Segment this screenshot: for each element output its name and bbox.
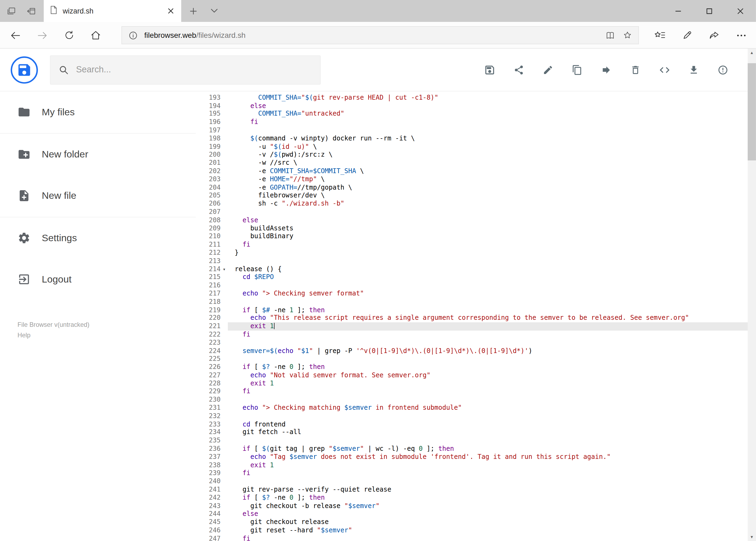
code-line[interactable]: 232 bbox=[196, 412, 756, 420]
code-line[interactable]: 223 bbox=[196, 339, 756, 347]
code-line[interactable]: 234 git fetch --all bbox=[196, 429, 756, 437]
tab-preview-chevron-icon[interactable] bbox=[206, 0, 222, 22]
code-line[interactable]: 229 fi bbox=[196, 387, 756, 396]
code-line[interactable]: 222 fi bbox=[196, 330, 756, 339]
code-line[interactable]: 210 buildBinary bbox=[196, 233, 756, 241]
info-button[interactable] bbox=[717, 64, 729, 76]
minimize-button[interactable] bbox=[662, 0, 694, 22]
fold-marker-icon[interactable]: ▾ bbox=[220, 265, 228, 273]
code-line[interactable]: 235 bbox=[196, 437, 756, 445]
sidebar-item-new-file[interactable]: New file bbox=[0, 175, 196, 217]
maximize-button[interactable] bbox=[694, 0, 725, 22]
refresh-button[interactable] bbox=[59, 22, 79, 49]
code-line[interactable]: 214▾release () { bbox=[196, 265, 756, 273]
save-button[interactable] bbox=[484, 64, 496, 76]
code-line[interactable]: 207 bbox=[196, 208, 756, 216]
scrollbar-thumb[interactable] bbox=[748, 63, 756, 161]
code-line[interactable]: 219 if [ $# -ne 1 ]; then bbox=[196, 306, 756, 314]
forward-button[interactable] bbox=[33, 22, 52, 49]
scrollbar-down-arrow-icon[interactable]: ▼ bbox=[748, 533, 756, 541]
edit-button[interactable] bbox=[542, 64, 554, 76]
code-line[interactable]: 220 echo "This release script requires a… bbox=[196, 314, 756, 322]
sidebar-item-my-files[interactable]: My files bbox=[0, 91, 196, 133]
code-line[interactable]: 211 fi bbox=[196, 241, 756, 249]
code-line[interactable]: 215 cd $REPO bbox=[196, 273, 756, 281]
code-editor[interactable]: 192193 COMMIT_SHA="$(git rev-parse HEAD … bbox=[196, 91, 756, 541]
code-line[interactable]: 236 if [ $(git tag | grep "$semver" | wc… bbox=[196, 445, 756, 453]
reading-view-icon[interactable] bbox=[604, 29, 616, 41]
code-line[interactable]: 243 git checkout -b release "$semver" bbox=[196, 502, 756, 510]
code-line[interactable]: 240 bbox=[196, 477, 756, 486]
code-line[interactable]: 218 bbox=[196, 298, 756, 306]
code-line[interactable]: 195 COMMIT_SHA="untracked" bbox=[196, 110, 756, 118]
code-line[interactable]: 245 git checkout release bbox=[196, 518, 756, 526]
code-line[interactable]: 202 -e COMMIT_SHA=$COMMIT_SHA \ bbox=[196, 167, 756, 175]
code-line[interactable]: 233 cd frontend bbox=[196, 420, 756, 428]
code-line[interactable]: 241 git rev-parse --verify --quiet relea… bbox=[196, 486, 756, 494]
hub-favorites-icon[interactable] bbox=[646, 22, 673, 49]
code-line[interactable]: 205 filebrowser/dev \ bbox=[196, 192, 756, 200]
download-button[interactable] bbox=[688, 64, 700, 76]
page-scrollbar[interactable]: ▲ ▼ bbox=[748, 49, 756, 541]
close-button[interactable] bbox=[725, 0, 756, 22]
share-button[interactable] bbox=[513, 64, 525, 76]
code-line[interactable]: 228 exit 1 bbox=[196, 379, 756, 387]
new-tab-button[interactable] bbox=[185, 0, 202, 22]
delete-button[interactable] bbox=[630, 64, 641, 76]
tabs-aside-icon[interactable] bbox=[26, 6, 37, 16]
code-line[interactable]: 208 else bbox=[196, 216, 756, 225]
code-line[interactable]: 196 fi bbox=[196, 118, 756, 126]
code-line[interactable]: 246 git reset --hard "$semver" bbox=[196, 526, 756, 535]
scrollbar-up-arrow-icon[interactable]: ▲ bbox=[748, 49, 756, 57]
code-line[interactable]: 221 exit 1 bbox=[196, 322, 756, 330]
search-box[interactable] bbox=[50, 55, 321, 84]
filebrowser-logo-icon[interactable] bbox=[11, 56, 38, 84]
code-line[interactable]: 203 -e HOME="//tmp" \ bbox=[196, 175, 756, 184]
code-line[interactable]: 238 exit 1 bbox=[196, 461, 756, 469]
code-line[interactable]: 197 bbox=[196, 126, 756, 135]
code-line[interactable]: 224 semver=$(echo "$1" | grep -P '^v(0|[… bbox=[196, 347, 756, 355]
web-note-pen-icon[interactable] bbox=[673, 22, 701, 49]
code-line[interactable]: 201 -w //src \ bbox=[196, 159, 756, 167]
back-button[interactable] bbox=[6, 22, 25, 49]
more-options-icon[interactable] bbox=[728, 22, 755, 49]
favorite-star-icon[interactable] bbox=[621, 29, 633, 41]
code-line[interactable]: 242 if [ $? -ne 0 ]; then bbox=[196, 494, 756, 502]
sidebar-item-new-folder[interactable]: New folder bbox=[0, 134, 196, 175]
address-bar[interactable]: filebrowser.web/files/wizard.sh bbox=[122, 26, 639, 44]
code-line[interactable]: 192 bbox=[196, 91, 756, 94]
code-line[interactable]: 239 fi bbox=[196, 469, 756, 477]
code-line[interactable]: 200 -v /$(pwd):/src:z \ bbox=[196, 151, 756, 159]
code-line[interactable]: 225 bbox=[196, 355, 756, 363]
site-info-icon[interactable] bbox=[127, 29, 139, 41]
code-line[interactable]: 237 echo "Tag $semver does not exist in … bbox=[196, 453, 756, 461]
code-line[interactable]: 217 echo "> Checking semver format" bbox=[196, 290, 756, 298]
sidebar-item-settings[interactable]: Settings bbox=[0, 217, 196, 259]
code-line[interactable]: 216 bbox=[196, 281, 756, 289]
home-button[interactable] bbox=[86, 22, 106, 49]
code-line[interactable]: 193 COMMIT_SHA="$(git rev-parse HEAD | c… bbox=[196, 94, 756, 102]
code-line[interactable]: 209 buildAssets bbox=[196, 225, 756, 233]
code-line[interactable]: 227 echo "Not valid semver format. See s… bbox=[196, 371, 756, 379]
code-line[interactable]: 226 if [ $? -ne 0 ]; then bbox=[196, 363, 756, 371]
code-line[interactable]: 206 sh -c "./wizard.sh -b" bbox=[196, 200, 756, 208]
raw-code-button[interactable] bbox=[659, 64, 670, 76]
code-line[interactable]: 244 else bbox=[196, 510, 756, 518]
sidebar-item-logout[interactable]: Logout bbox=[0, 259, 196, 300]
code-line[interactable]: 247 fi bbox=[196, 535, 756, 541]
copy-button[interactable] bbox=[571, 64, 583, 76]
code-line[interactable]: 230 bbox=[196, 396, 756, 404]
search-input[interactable] bbox=[76, 65, 312, 75]
code-line[interactable]: 199 -u "$(id -u)" \ bbox=[196, 143, 756, 151]
share-icon[interactable] bbox=[701, 22, 728, 49]
browser-tab[interactable]: wizard.sh bbox=[44, 0, 181, 22]
code-line[interactable]: 204 -e GOPATH=//tmp/gopath \ bbox=[196, 184, 756, 192]
code-line[interactable]: 198 $(command -v winpty) docker run --rm… bbox=[196, 135, 756, 143]
help-link[interactable]: Help bbox=[18, 332, 90, 339]
code-line[interactable]: 212} bbox=[196, 249, 756, 257]
move-button[interactable] bbox=[601, 64, 612, 76]
code-line[interactable]: 194 else bbox=[196, 102, 756, 110]
code-line[interactable]: 213 bbox=[196, 257, 756, 265]
code-line[interactable]: 231 echo "> Checking matching $semver in… bbox=[196, 404, 756, 412]
tab-close-icon[interactable] bbox=[166, 6, 175, 15]
